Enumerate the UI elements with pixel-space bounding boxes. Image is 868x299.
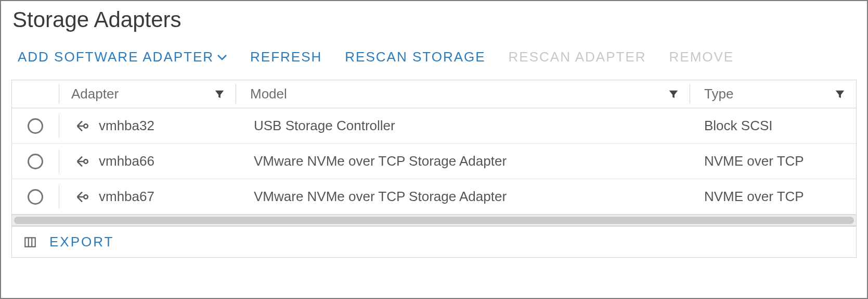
- row-select-radio[interactable]: [28, 154, 43, 169]
- table-row[interactable]: vmhba67 VMware NVMe over TCP Storage Ada…: [12, 179, 856, 215]
- table-row[interactable]: vmhba32 USB Storage Controller Block SCS…: [12, 108, 856, 144]
- filter-icon[interactable]: [834, 89, 846, 100]
- refresh-button[interactable]: REFRESH: [250, 49, 322, 65]
- adapter-icon: [75, 154, 89, 169]
- svg-point-2: [84, 195, 87, 198]
- rescan-adapter-button: RESCAN ADAPTER: [509, 49, 646, 65]
- adapter-name: vmhba66: [99, 153, 154, 169]
- row-select-radio[interactable]: [28, 118, 43, 134]
- scrollbar-thumb[interactable]: [14, 217, 854, 224]
- row-select-radio[interactable]: [28, 189, 43, 205]
- filter-icon[interactable]: [668, 89, 679, 100]
- model-cell: VMware NVMe over TCP Storage Adapter: [239, 179, 690, 214]
- horizontal-scrollbar[interactable]: [12, 215, 856, 226]
- model-cell: USB Storage Controller: [239, 108, 690, 143]
- add-software-adapter-label: ADD SOFTWARE ADAPTER: [18, 49, 214, 65]
- column-header-model[interactable]: Model: [236, 80, 690, 108]
- column-header-adapter-label: Adapter: [71, 86, 119, 102]
- type-cell: NVME over TCP: [690, 179, 856, 214]
- column-header-type-label: Type: [704, 86, 733, 102]
- adapter-icon: [75, 190, 89, 204]
- rescan-storage-button[interactable]: RESCAN STORAGE: [345, 49, 485, 65]
- type-cell: Block SCSI: [690, 108, 856, 143]
- add-software-adapter-button[interactable]: ADD SOFTWARE ADAPTER: [18, 49, 227, 65]
- table-header-row: Adapter Model Type: [12, 80, 856, 108]
- table-row[interactable]: vmhba66 VMware NVMe over TCP Storage Ada…: [12, 144, 856, 179]
- adapter-name: vmhba67: [99, 189, 154, 205]
- toolbar: ADD SOFTWARE ADAPTER REFRESH RESCAN STOR…: [11, 49, 857, 65]
- column-header-type[interactable]: Type: [690, 80, 856, 108]
- column-header-model-label: Model: [250, 86, 287, 102]
- chevron-down-icon: [217, 54, 227, 61]
- model-cell: VMware NVMe over TCP Storage Adapter: [239, 144, 690, 179]
- column-header-select: [12, 80, 59, 108]
- adapter-name: vmhba32: [99, 118, 154, 134]
- filter-icon[interactable]: [214, 89, 225, 100]
- type-cell: NVME over TCP: [690, 144, 856, 179]
- adapters-table: Adapter Model Type: [11, 80, 857, 227]
- columns-icon[interactable]: [23, 235, 37, 249]
- svg-point-0: [84, 124, 87, 128]
- column-header-adapter[interactable]: Adapter: [59, 80, 236, 108]
- svg-point-1: [84, 159, 87, 163]
- export-button[interactable]: EXPORT: [49, 234, 114, 250]
- svg-rect-3: [25, 238, 35, 246]
- table-footer: EXPORT: [11, 227, 857, 258]
- remove-button: REMOVE: [669, 49, 734, 65]
- adapter-icon: [75, 119, 89, 133]
- page-title: Storage Adapters: [12, 7, 857, 32]
